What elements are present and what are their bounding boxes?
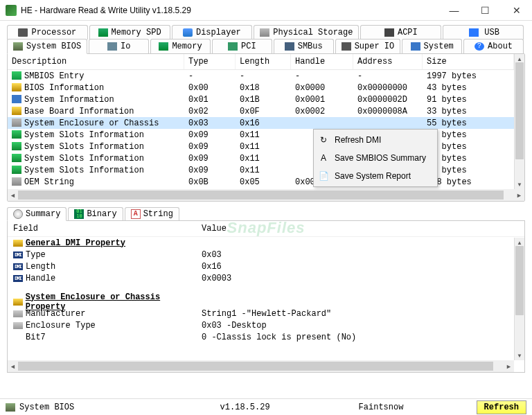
- scroll-down-arrow[interactable]: ▼: [515, 179, 524, 189]
- detail-icon: [13, 310, 23, 317]
- detail-hscroll[interactable]: ◄ ►: [8, 360, 514, 372]
- table-row[interactable]: System Slots Information0x090x1125 bytes: [8, 129, 524, 141]
- detail-icon: [13, 322, 23, 329]
- secondary-tabs: System BIOSIoMemoryPCISMBusSuper IOSyste…: [7, 39, 525, 53]
- scroll-right-arrow[interactable]: ►: [514, 192, 524, 199]
- scroll-left-arrow[interactable]: ◄: [8, 363, 18, 370]
- detail-icon: [13, 299, 23, 306]
- dmi-icon: DMI: [13, 263, 23, 270]
- menu-refresh-dmi[interactable]: ↻Refresh DMI: [315, 131, 436, 149]
- tab-io[interactable]: Io: [89, 39, 149, 53]
- menu-save-smbios-summary[interactable]: ASave SMBIOS Summary: [315, 149, 436, 167]
- detail-row[interactable]: DMIHandle0x0003: [8, 272, 514, 284]
- tab-string[interactable]: AString: [125, 207, 179, 220]
- close-button[interactable]: ✕: [501, 0, 532, 21]
- table-row[interactable]: System Slots Information0x090x1124 bytes: [8, 141, 524, 152]
- detail-row[interactable]: DMILength0x16: [8, 261, 514, 272]
- detail-row[interactable]: ManufacturerString1 -"Hewlett-Packard": [8, 308, 514, 319]
- about-icon: ?: [475, 42, 484, 51]
- table-row[interactable]: System Configuration Options0x0C0x050x00…: [8, 188, 524, 189]
- listview-header[interactable]: Description Type Length Handle Address S…: [8, 54, 524, 70]
- col-size[interactable]: Size: [423, 54, 514, 69]
- scroll-thumb[interactable]: [515, 246, 524, 315]
- tab-displayer[interactable]: Displayer: [172, 25, 253, 39]
- tab-processor[interactable]: Processor: [7, 25, 88, 39]
- app-icon: [6, 5, 17, 16]
- bin-icon: 01 10: [74, 209, 84, 219]
- tab-summary[interactable]: Summary: [7, 207, 66, 221]
- usb-icon: [469, 28, 479, 37]
- row-icon: [12, 71, 21, 80]
- table-row[interactable]: System Slots Information0x090x1124 bytes: [8, 164, 524, 176]
- hscroll-thumb[interactable]: [18, 362, 493, 371]
- detail-tabs: Summary01 10BinaryAString: [7, 207, 525, 220]
- row-icon: [12, 177, 21, 186]
- menu-save-system-report[interactable]: 📄Save System Report: [315, 167, 436, 185]
- dmi-listview[interactable]: Description Type Length Handle Address S…: [8, 54, 524, 201]
- detail-col-value[interactable]: Value: [202, 224, 524, 233]
- tab-binary[interactable]: 01 10Binary: [68, 207, 123, 220]
- detail-vscroll[interactable]: ▲ ▼: [514, 238, 524, 360]
- horizontal-scrollbar[interactable]: ◄ ►: [8, 189, 524, 201]
- table-row[interactable]: System Enclosure or Chassis0x030x1655 by…: [8, 117, 524, 129]
- table-row[interactable]: System Slots Information0x090x1124 bytes: [8, 152, 524, 164]
- pci-icon: [228, 42, 238, 51]
- detail-col-field[interactable]: Field: [8, 224, 202, 233]
- mem-icon: [98, 28, 108, 37]
- scroll-down-arrow[interactable]: ▼: [515, 351, 524, 360]
- col-type[interactable]: Type: [184, 54, 236, 69]
- maximize-button[interactable]: ☐: [470, 0, 501, 21]
- table-row[interactable]: System Information0x010x1B0x00010x000000…: [8, 94, 524, 105]
- table-row[interactable]: OEM String0x0B0x050x00080x0000014F168 by…: [8, 176, 524, 188]
- disp-icon: [183, 28, 193, 37]
- hscroll-thumb[interactable]: [18, 191, 504, 200]
- detail-row[interactable]: General DMI Property: [8, 237, 514, 249]
- detail-row[interactable]: Bit70 -Classis lock is present (No): [8, 331, 514, 343]
- tab-system[interactable]: System: [402, 39, 462, 53]
- col-handle[interactable]: Handle: [291, 54, 353, 69]
- sio-icon: [342, 42, 351, 51]
- detail-row[interactable]: Enclosure Type0x03 -Desktop: [8, 319, 514, 331]
- row-icon: [12, 130, 21, 139]
- tab-pci[interactable]: PCI: [212, 39, 272, 53]
- table-row[interactable]: BIOS Information0x000x180x00000x00000000…: [8, 82, 524, 94]
- col-length[interactable]: Length: [236, 54, 291, 69]
- table-row[interactable]: Base Board Information0x020x0F0x00020x00…: [8, 105, 524, 117]
- scroll-right-arrow[interactable]: ►: [504, 363, 514, 370]
- status-icon: [6, 403, 15, 412]
- sys-icon: [411, 42, 420, 51]
- vertical-scrollbar[interactable]: ▲ ▼: [514, 54, 524, 189]
- scroll-left-arrow[interactable]: ◄: [8, 192, 18, 199]
- row-icon: [12, 154, 21, 162]
- col-address[interactable]: Address: [353, 54, 423, 69]
- row-icon: [12, 166, 21, 174]
- tab-memory[interactable]: Memory: [150, 39, 211, 53]
- mems-icon: [159, 42, 168, 51]
- context-menu[interactable]: ↻Refresh DMIASave SMBIOS Summary📄Save Sy…: [313, 129, 438, 187]
- tab-super-io[interactable]: Super IO: [335, 39, 401, 53]
- table-row[interactable]: SMBIOS Entry----1997 bytes: [8, 70, 524, 82]
- tab-physical-storage[interactable]: Physical Storage: [254, 25, 359, 39]
- tab-about[interactable]: ?About: [463, 39, 524, 53]
- tab-memory-spd[interactable]: Memory SPD: [89, 25, 170, 39]
- menu-icon: ↻: [318, 134, 329, 145]
- tab-acpi[interactable]: ACPI: [360, 25, 441, 39]
- tab-smbus[interactable]: SMBus: [274, 39, 334, 53]
- detail-row[interactable]: System Enclosure or Chassis Property: [8, 296, 514, 308]
- minimize-button[interactable]: —: [438, 0, 470, 21]
- row-icon: [12, 83, 21, 91]
- status-version: v1.18.5.29: [220, 403, 359, 412]
- refresh-button[interactable]: Refresh: [477, 400, 526, 414]
- detail-icon: [13, 240, 23, 247]
- dmi-icon: DMI: [13, 251, 23, 258]
- tab-usb[interactable]: USB: [443, 25, 524, 39]
- tab-system-bios[interactable]: System BIOS: [7, 39, 87, 54]
- detail-row[interactable]: DMIType0x03: [8, 249, 514, 261]
- stor-icon: [260, 28, 269, 37]
- scroll-thumb[interactable]: [515, 62, 524, 159]
- str-icon: A: [131, 209, 141, 219]
- titlebar[interactable]: HE - Hardware Read & Write Utility v1.18…: [0, 0, 532, 21]
- col-description[interactable]: Description: [8, 54, 184, 69]
- menu-icon: A: [318, 152, 329, 164]
- status-author: Faintsnow: [359, 403, 477, 412]
